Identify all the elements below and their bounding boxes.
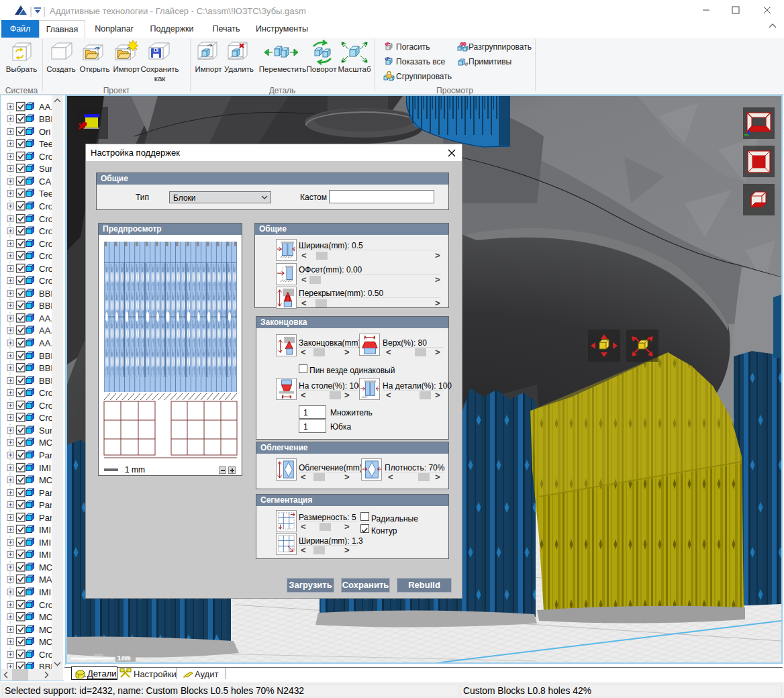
svg-text:1mm: 1mm <box>117 654 131 662</box>
